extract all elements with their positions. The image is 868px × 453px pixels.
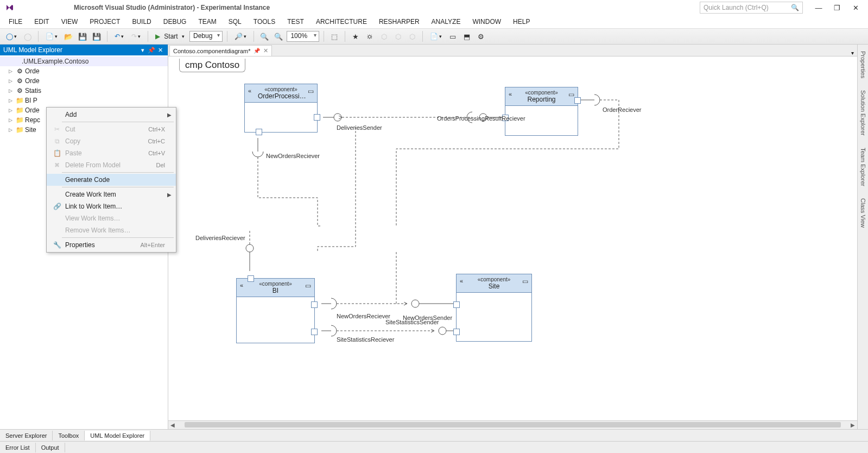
toolbar-btn-i[interactable]: ⬒ — [461, 30, 473, 42]
port[interactable] — [311, 329, 318, 335]
pin-icon[interactable]: 📌 — [254, 48, 260, 54]
diagram-canvas[interactable]: cmp Contoso — [168, 56, 857, 420]
port[interactable] — [256, 129, 262, 135]
panel-pin-icon[interactable]: 📌 — [147, 47, 156, 54]
tab-overflow-icon[interactable]: ▾ — [848, 50, 857, 56]
config-select[interactable]: Debug — [189, 31, 223, 42]
menu-architecture[interactable]: ARCHITECTURE — [311, 16, 372, 27]
menu-item-icon: 🔧 — [51, 241, 63, 249]
port[interactable] — [314, 114, 320, 121]
menu-sql[interactable]: SQL — [223, 16, 247, 27]
tab-class-view[interactable]: Class View — [859, 195, 867, 231]
quick-launch-placeholder: Quick Launch (Ctrl+Q) — [704, 4, 791, 11]
component-site[interactable]: ««component»Site▭ — [456, 274, 532, 342]
expand-icon[interactable]: ▷ — [9, 108, 14, 113]
port[interactable] — [248, 275, 254, 282]
scroll-left-icon[interactable]: ◀ — [168, 421, 177, 430]
tab-solution-explorer[interactable]: Solution Explorer — [859, 87, 867, 139]
close-button[interactable]: ✕ — [847, 2, 864, 13]
expand-icon[interactable]: ▷ — [9, 98, 14, 103]
restore-button[interactable]: ❐ — [829, 2, 845, 13]
tab-error-list[interactable]: Error List — [0, 443, 36, 452]
toolbar-btn-d[interactable]: ⬡ — [378, 30, 390, 42]
panel-dropdown-icon[interactable]: ▾ — [138, 47, 147, 54]
menu-item-generate-code[interactable]: Generate Code — [47, 174, 176, 186]
menu-debug[interactable]: DEBUG — [158, 16, 192, 27]
scroll-right-icon[interactable]: ▶ — [848, 421, 857, 430]
tab-toolbox[interactable]: Toolbox — [53, 431, 85, 441]
nav-forward-button[interactable]: ◯ — [22, 30, 34, 42]
tree-item[interactable]: ▷📁BI P — [0, 96, 168, 105]
component-orderprocessing[interactable]: ««component»OrderProcessi…▭ — [244, 84, 318, 133]
tree-item[interactable]: ▷⚙Orde — [0, 76, 168, 86]
open-file-button[interactable]: 📂 — [62, 30, 74, 42]
zoom-in-icon[interactable]: 🔍 — [258, 30, 270, 42]
toolbar-btn-j[interactable]: ⚙ — [475, 30, 487, 42]
menu-item-properties[interactable]: 🔧PropertiesAlt+Enter — [47, 239, 176, 251]
expand-icon[interactable]: ▷ — [9, 78, 14, 84]
tree-item-label: Repc — [25, 116, 40, 124]
menu-file[interactable]: FILE — [3, 16, 28, 27]
tab-uml-model-explorer[interactable]: UML Model Explorer — [85, 431, 150, 441]
zoom-out-icon[interactable]: 🔍 — [273, 30, 284, 42]
nav-back-button[interactable]: ◯▾ — [3, 31, 20, 42]
toolbar-btn-b[interactable]: ★ — [350, 30, 362, 42]
close-tab-icon[interactable]: ✕ — [263, 47, 268, 54]
start-button[interactable]: ▶ Start ▾ — [153, 31, 187, 42]
menu-build[interactable]: BUILD — [126, 16, 156, 27]
menu-item-link-to-work-item-[interactable]: 🔗Link to Work Item… — [47, 200, 176, 212]
panel-close-icon[interactable]: ✕ — [156, 47, 164, 54]
expand-icon[interactable]: ▷ — [9, 127, 14, 133]
expand-icon[interactable]: ▷ — [9, 117, 14, 123]
menu-item-shortcut: Ctrl+C — [148, 138, 165, 144]
toolbar-btn-h[interactable]: ▭ — [447, 30, 459, 42]
minimize-button[interactable]: — — [810, 2, 827, 13]
menu-resharper[interactable]: RESHARPER — [373, 16, 425, 27]
find-button[interactable]: 🔎▾ — [232, 31, 249, 42]
tree-item[interactable]: ▷⚙Statis — [0, 86, 168, 96]
menu-analyze[interactable]: ANALYZE — [426, 16, 466, 27]
redo-button[interactable]: ↷▾ — [129, 31, 143, 42]
expand-icon[interactable]: ▷ — [9, 68, 14, 74]
toolbar-btn-c[interactable]: ⛭ — [364, 30, 376, 42]
quick-launch-input[interactable]: Quick Launch (Ctrl+Q) 🔍 — [700, 2, 803, 14]
horizontal-scrollbar[interactable]: ◀ ▶ — [168, 420, 857, 429]
menu-item-label: Remove Work Items… — [63, 226, 165, 234]
toolbar-btn-g[interactable]: 📄▾ — [427, 31, 445, 42]
doc-tab-contoso[interactable]: Contoso.componentdiagram* 📌 ✕ — [169, 45, 272, 56]
component-bi[interactable]: ««component»BI▭ — [236, 278, 315, 343]
port[interactable] — [311, 301, 318, 308]
tree-item[interactable]: ▷⚙Orde — [0, 66, 168, 76]
menu-separator — [62, 172, 174, 173]
port[interactable] — [453, 301, 460, 308]
save-all-button[interactable]: 💾 — [91, 30, 103, 42]
menu-tools[interactable]: TOOLS — [248, 16, 281, 27]
new-item-button[interactable]: 📄▾ — [43, 31, 60, 42]
toolbar-btn-e[interactable]: ⬡ — [392, 30, 404, 42]
menu-help[interactable]: HELP — [508, 16, 535, 27]
menu-item-create-work-item[interactable]: Create Work Item▶ — [47, 188, 176, 200]
port[interactable] — [574, 97, 581, 104]
menu-project[interactable]: PROJECT — [84, 16, 125, 27]
expand-icon[interactable]: ▷ — [9, 88, 14, 93]
menu-team[interactable]: TEAM — [193, 16, 221, 27]
port[interactable] — [453, 329, 460, 335]
menu-view[interactable]: VIEW — [56, 16, 84, 27]
svg-point-9 — [411, 300, 419, 307]
menu-edit[interactable]: EDIT — [29, 16, 54, 27]
tab-server-explorer[interactable]: Server Explorer — [0, 431, 53, 441]
zoom-select[interactable]: 100% — [287, 31, 319, 42]
menu-item-add[interactable]: Add▶ — [47, 109, 176, 121]
toolbar-btn-f[interactable]: ⬡ — [406, 30, 418, 42]
component-reporting[interactable]: ««component»Reporting▭ — [505, 87, 578, 136]
tab-output[interactable]: Output — [36, 443, 65, 452]
tab-team-explorer[interactable]: Team Explorer — [859, 144, 867, 190]
menu-test[interactable]: TEST — [282, 16, 309, 27]
menu-window[interactable]: WINDOW — [467, 16, 506, 27]
tab-properties[interactable]: Properties — [859, 48, 867, 81]
save-button[interactable]: 💾 — [77, 30, 88, 42]
undo-button[interactable]: ↶▾ — [112, 31, 126, 42]
tree-item-icon: 📁 — [15, 116, 24, 124]
toolbar-btn-a[interactable]: ⬚ — [328, 30, 340, 42]
scrollbar-thumb[interactable] — [185, 422, 841, 427]
